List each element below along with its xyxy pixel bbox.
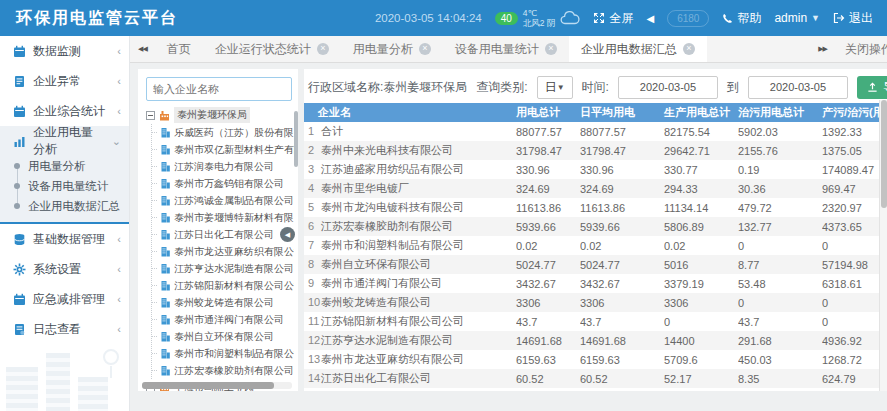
- cell-production: 3379.19: [664, 274, 738, 293]
- scrollbar-thumb[interactable]: [881, 100, 887, 208]
- sidebar-item-logs[interactable]: 日志查看 ‹: [0, 314, 129, 344]
- chevron-down-icon: ▼: [811, 13, 820, 23]
- export-button[interactable]: 导出: [857, 76, 887, 99]
- tab-usage-analysis[interactable]: 用电量分析 ×: [341, 36, 443, 62]
- tree-company-item[interactable]: 泰州蛟龙铸造有限公司: [152, 294, 294, 311]
- tab-home[interactable]: 首页: [155, 36, 203, 62]
- chevron-down-icon: ⌄: [112, 135, 121, 148]
- cell-company: 9泰州市通洋阀门有限公司: [304, 274, 516, 293]
- table-row[interactable]: 12江苏亨达水泥制造有限公司 14691.68 14691.68 14400 2…: [304, 331, 887, 350]
- table-row[interactable]: 6江苏宏泰橡胶助剂有限公司 5939.66 5939.66 5806.89 13…: [304, 217, 887, 236]
- tab-label: 首页: [167, 41, 191, 58]
- log-icon: [13, 323, 26, 336]
- company-name: 江苏迪盛家用纺织品有限公司: [321, 163, 464, 175]
- row-index: 6: [304, 220, 321, 232]
- table-row[interactable]: 5泰州市龙沟电镀科技有限公司 11613.86 11613.86 11134.1…: [304, 198, 887, 217]
- sidebar-subitem-label: 企业用电数据汇总: [28, 199, 120, 214]
- sidebar-subitem-device-usage[interactable]: 设备用电量统计: [0, 176, 129, 196]
- region-label: 行政区域名称:泰州姜堰环保局: [308, 79, 467, 96]
- query-type-select[interactable]: 日 ▼: [537, 76, 573, 99]
- sidebar-item-data-monitor[interactable]: 数据监测 ‹: [0, 36, 129, 66]
- cell-company: 4泰州市里华电镀厂: [304, 179, 516, 198]
- sidebar-item-emergency[interactable]: 应急减排管理 ‹: [0, 284, 129, 314]
- tab-bar: ◀◀ 首页 企业运行状态统计 × 用电量分析 × 设备用电量统计 × 企业用电: [130, 36, 887, 63]
- table-row[interactable]: 4泰州市里华电镀厂 324.69 324.69 294.33 30.36 969…: [304, 179, 887, 198]
- tree-vertical-scrollbar[interactable]: [294, 111, 298, 167]
- cell-treatment: 8.35: [738, 369, 822, 388]
- company-search-input[interactable]: [146, 77, 292, 101]
- tabs-scroll-right-icon[interactable]: ▶▶: [810, 45, 835, 53]
- marquee-collapse-icon[interactable]: ◀: [646, 13, 654, 24]
- sidebar-subitem-usage-analysis[interactable]: 用电量分析: [0, 156, 129, 176]
- table-row[interactable]: 11江苏锦阳新材料有限公司公司 43.7 43.7 0 43.7 0: [304, 312, 887, 331]
- tab-device-usage[interactable]: 设备用电量统计 ×: [443, 36, 569, 62]
- company-tree: 泰州姜堰环保局 乐威医药（江苏）股份有限公司 泰州市双亿新型材料生产有限公司: [146, 106, 294, 391]
- help-button[interactable]: 帮助: [722, 10, 761, 27]
- tree-company-item[interactable]: 泰州市龙达亚麻纺织有限公司: [152, 243, 294, 260]
- sidebar-item-company-statistics[interactable]: 企业综合统计 ‹: [0, 96, 129, 126]
- table-row[interactable]: 3江苏迪盛家用纺织品有限公司 330.96 330.96 330.77 0.19…: [304, 160, 887, 179]
- tree-company-item[interactable]: 江苏润泰电力有限公司: [152, 158, 294, 175]
- company-tree-panel: 泰州姜堰环保局 乐威医药（江苏）股份有限公司 泰州市双亿新型材料生产有限公司: [138, 69, 298, 391]
- table-row[interactable]: 7泰州市和润塑料制品有限公司 0.02 0.02 0.02 0 0: [304, 236, 887, 255]
- sidebar-item-system-settings[interactable]: 系统设置 ‹: [0, 254, 129, 284]
- cell-production: 294.33: [664, 179, 738, 198]
- tree-company-item[interactable]: 江苏鸿诚金属制品有限公司: [152, 192, 294, 209]
- tab-data-summary[interactable]: 企业用电数据汇总 ×: [569, 36, 707, 62]
- tab-close-icon[interactable]: ×: [317, 43, 329, 55]
- tree-company-item[interactable]: 泰州市姜堰博特新材料有限公司: [152, 209, 294, 226]
- tab-close-icon[interactable]: ×: [419, 43, 431, 55]
- sidebar-item-base-data[interactable]: 基础数据管理 ‹: [0, 224, 129, 254]
- table-row[interactable]: 8泰州自立环保有限公司 5024.77 5024.77 5016 8.77 57…: [304, 255, 887, 274]
- tab-close-icon[interactable]: ×: [683, 43, 695, 55]
- sidebar-subitem-data-summary[interactable]: 企业用电数据汇总: [0, 196, 129, 216]
- tree-company-label: 泰州市双亿新型材料生产有限公司: [174, 143, 294, 157]
- table-row[interactable]: 9泰州市通洋阀门有限公司 3432.67 3432.67 3379.19 53.…: [304, 274, 887, 293]
- tab-label: 企业用电数据汇总: [581, 41, 677, 58]
- table-row[interactable]: 1合计 88077.57 88077.57 82175.54 5902.03 1…: [304, 122, 887, 141]
- weather-widget: 40 4℃ 北风2 阴: [495, 8, 581, 28]
- tree-company-item[interactable]: 泰州市双亿新型材料生产有限公司: [152, 141, 294, 158]
- sidebar-item-label: 数据监测: [33, 43, 81, 60]
- sidebar-item-company-abnormal[interactable]: 企业异常 ‹: [0, 66, 129, 96]
- tab-company-status[interactable]: 企业运行状态统计 ×: [203, 36, 341, 62]
- sidebar-submenu: 用电量分析 设备用电量统计 企业用电数据汇总: [0, 156, 129, 216]
- fullscreen-button[interactable]: 全屏: [593, 10, 633, 27]
- table-row[interactable]: 2泰州中来光电科技有限公司 31798.47 31798.47 29642.71…: [304, 141, 887, 160]
- tree-company-item[interactable]: 江苏宏泰橡胶助剂有限公司: [152, 362, 294, 379]
- cell-production: 82175.54: [664, 122, 738, 141]
- tree-company-label: 乐威医药（江苏）股份有限公司: [174, 126, 294, 140]
- cell-treatment: 2155.76: [738, 141, 822, 160]
- tree-company-item[interactable]: 江苏日出化工有限公司: [152, 226, 294, 243]
- table-vertical-scrollbar[interactable]: [879, 100, 887, 391]
- collapse-box-icon[interactable]: [146, 111, 155, 120]
- table-row[interactable]: 14江苏日出化工有限公司 60.52 60.52 52.17 8.35 624.…: [304, 369, 887, 388]
- time-label: 时间:: [582, 79, 609, 96]
- tree-company-item[interactable]: 泰州自立环保有限公司: [152, 328, 294, 345]
- table-row[interactable]: 13泰州市龙达亚麻纺织有限公司 6159.63 6159.63 5709.6 4…: [304, 350, 887, 369]
- tree-horizontal-scrollbar[interactable]: [142, 382, 292, 389]
- tabs-scroll-left-icon[interactable]: ◀◀: [130, 36, 155, 62]
- tree-root-node[interactable]: 泰州姜堰环保局: [146, 106, 294, 124]
- tree-company-item[interactable]: 泰州市和润塑料制品有限公司: [152, 345, 294, 362]
- tree-collapse-button[interactable]: ◀: [280, 227, 295, 242]
- tree-company-item[interactable]: 泰州市通洋阀门有限公司: [152, 311, 294, 328]
- table-row[interactable]: 10泰州蛟龙铸造有限公司 3306 3306 3306 0 0: [304, 293, 887, 312]
- tree-company-item[interactable]: 乐威医药（江苏）股份有限公司: [152, 124, 294, 141]
- cell-treatment: 0: [738, 293, 822, 312]
- table-row[interactable]: 15泰州市姜堰博特新材料有限公司 830.84 830.84 787.16 43…: [304, 388, 887, 391]
- cell-daily-avg: 6159.63: [580, 350, 664, 369]
- logout-button[interactable]: 退出: [833, 10, 873, 27]
- cell-daily-avg: 324.69: [580, 179, 664, 198]
- sidebar-item-power-analysis[interactable]: 企业用电量分析 ⌄: [0, 126, 129, 156]
- tree-company-item[interactable]: 泰州市万鑫钨钼有限公司: [152, 175, 294, 192]
- scrollbar-thumb[interactable]: [142, 382, 274, 389]
- tree-company-item[interactable]: 江苏锦阳新材料有限公司公司: [152, 277, 294, 294]
- tree-company-item[interactable]: 江苏亨达水泥制造有限公司: [152, 260, 294, 277]
- date-to-input[interactable]: [748, 76, 848, 99]
- user-menu[interactable]: admin ▼: [774, 11, 820, 25]
- tab-close-icon[interactable]: ×: [545, 43, 557, 55]
- date-from-input[interactable]: [618, 76, 718, 99]
- close-operations-menu[interactable]: 关闭操作: [845, 41, 887, 58]
- gear-icon: [13, 263, 26, 276]
